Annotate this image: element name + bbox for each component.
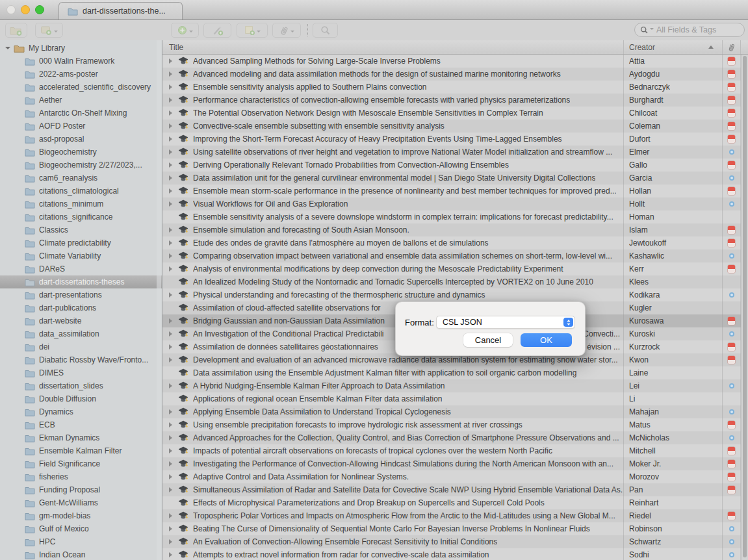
expand-twisty-icon[interactable] xyxy=(168,58,174,64)
table-row[interactable]: Advanced Approaches for the Collection, … xyxy=(162,431,748,444)
sidebar-item-collection[interactable]: Ensemble Kalman Filter xyxy=(0,444,162,457)
expand-twisty-icon[interactable] xyxy=(168,344,174,350)
sidebar-item-collection[interactable]: dei xyxy=(0,340,162,353)
sidebar-item-collection[interactable]: ECB xyxy=(0,418,162,431)
table-row[interactable]: Etude des ondes de gravité dans l'atmosp… xyxy=(162,236,748,249)
expand-twisty-icon[interactable] xyxy=(168,552,174,557)
expand-twisty-icon[interactable] xyxy=(168,474,174,479)
table-row[interactable]: Applying Ensemble Data Assimilation to U… xyxy=(162,405,748,418)
column-header-creator[interactable]: Creator xyxy=(624,40,723,54)
sidebar-item-collection[interactable]: 000 Walin Framework xyxy=(0,55,162,68)
sidebar-item-collection[interactable]: Antarctic On-Shelf Mixing xyxy=(0,107,162,120)
sidebar-item-collection[interactable]: data_assimilation xyxy=(0,327,162,340)
scrollbar-thumb[interactable] xyxy=(743,56,747,557)
expand-twisty-icon[interactable] xyxy=(168,526,174,531)
table-row[interactable]: Advanced modeling and data assimilation … xyxy=(162,68,748,81)
table-row[interactable]: An Idealized Modeling Study of the Nonto… xyxy=(162,275,748,288)
sidebar-item-collection[interactable]: Double Diffusion xyxy=(0,392,162,405)
cancel-button[interactable]: Cancel xyxy=(463,333,513,347)
sidebar-item-collection[interactable]: Dynamics xyxy=(0,405,162,418)
table-row[interactable]: Visual Workflows for Oil and Gas Explora… xyxy=(162,197,748,210)
column-header-title[interactable]: Title xyxy=(162,40,624,54)
expand-twisty-icon[interactable] xyxy=(168,162,174,168)
search-input[interactable] xyxy=(655,25,739,35)
expand-twisty-icon[interactable] xyxy=(168,201,174,207)
expand-twisty-icon[interactable] xyxy=(168,461,174,466)
expand-twisty-icon[interactable] xyxy=(168,292,174,298)
expand-twisty-icon[interactable] xyxy=(168,97,174,103)
sidebar-item-collection[interactable]: Aether xyxy=(0,94,162,107)
sidebar-item-collection[interactable]: Climate predictability xyxy=(0,236,162,249)
sidebar-item-collection[interactable]: dart-website xyxy=(0,314,162,327)
table-row[interactable]: Advanced Sampling Methods for Solving La… xyxy=(162,55,748,68)
sidebar-item-collection[interactable]: asd-proposal xyxy=(0,133,162,146)
sidebar-item-collection[interactable]: citations_significance xyxy=(0,210,162,223)
sidebar-item-collection[interactable]: Gent-McWilliams xyxy=(0,496,162,509)
minimize-window-button[interactable] xyxy=(21,5,30,14)
sidebar-item-collection[interactable]: Ekman Dynamics xyxy=(0,431,162,444)
expand-twisty-icon[interactable] xyxy=(168,71,174,77)
expand-twisty-icon[interactable] xyxy=(168,110,174,116)
expand-twisty-icon[interactable] xyxy=(168,240,174,246)
add-by-identifier-button[interactable] xyxy=(203,23,231,38)
sidebar-item-collection[interactable]: DIMES xyxy=(0,366,162,379)
disclosure-triangle-icon[interactable] xyxy=(5,47,10,52)
sidebar-item-collection[interactable]: dart-dissertations-theses xyxy=(0,275,162,288)
new-library-button[interactable] xyxy=(35,23,63,38)
expand-twisty-icon[interactable] xyxy=(168,357,174,363)
expand-twisty-icon[interactable] xyxy=(168,266,174,272)
close-window-button[interactable] xyxy=(6,5,16,14)
sidebar-item-collection[interactable]: HPC xyxy=(0,535,162,548)
expand-twisty-icon[interactable] xyxy=(168,487,174,492)
sidebar-item-my-library[interactable]: My Library xyxy=(0,42,162,55)
table-row[interactable]: Impacts of potential aircraft observatio… xyxy=(162,444,748,457)
table-row[interactable]: Tropospheric Polar Vortices and Impacts … xyxy=(162,509,748,522)
sidebar-item-collection[interactable]: AOFD Poster xyxy=(0,120,162,133)
sidebar-item-collection[interactable]: cam6_reanalysis xyxy=(0,172,162,185)
expand-twisty-icon[interactable] xyxy=(168,188,174,194)
expand-twisty-icon[interactable] xyxy=(168,383,174,388)
sidebar-item-collection[interactable]: Gulf of Mexico xyxy=(0,522,162,535)
sidebar-item-collection[interactable]: citations_minimum xyxy=(0,197,162,210)
format-select[interactable]: CSL JSON xyxy=(436,316,575,329)
sidebar-item-collection[interactable]: accelerated_scientific_discovery xyxy=(0,81,162,94)
sidebar-item-collection[interactable]: dart-publications xyxy=(0,301,162,314)
sidebar-item-collection[interactable]: citations_climatological xyxy=(0,185,162,197)
sidebar-item-collection[interactable]: Indian Ocean xyxy=(0,548,162,560)
expand-twisty-icon[interactable] xyxy=(168,409,174,414)
table-row[interactable]: Deriving Operationally Relevant Tornado … xyxy=(162,159,748,172)
zoom-window-button[interactable] xyxy=(35,5,44,14)
sidebar-item-collection[interactable]: 2022-ams-poster xyxy=(0,68,162,81)
expand-twisty-icon[interactable] xyxy=(168,513,174,518)
sidebar-item-collection[interactable]: Classics xyxy=(0,223,162,236)
expand-twisty-icon[interactable] xyxy=(168,318,174,324)
table-row[interactable]: Ensemble simulation and forecasting of S… xyxy=(162,223,748,236)
table-row[interactable]: Using ensemble precipitation forecasts t… xyxy=(162,418,748,431)
table-row[interactable]: Effects of Microphysical Parameterizatio… xyxy=(162,496,748,509)
table-row[interactable]: Data assimilation unit for the general c… xyxy=(162,172,748,185)
expand-twisty-icon[interactable] xyxy=(168,123,174,129)
sidebar-item-collection[interactable]: Field Significance xyxy=(0,457,162,470)
advanced-search-button[interactable] xyxy=(313,23,338,38)
table-row[interactable]: Performance characteristics of convectio… xyxy=(162,94,748,107)
table-row[interactable]: Adaptive Control and Data Assimilation f… xyxy=(162,470,748,483)
sidebar-item-collection[interactable]: dissertation_slides xyxy=(0,379,162,392)
table-row[interactable]: Simultaneous Assimilation of Radar and S… xyxy=(162,483,748,496)
sidebar-scrollbar[interactable] xyxy=(157,40,161,560)
expand-twisty-icon[interactable] xyxy=(168,253,174,259)
table-row[interactable]: Investigating the Performance of Convect… xyxy=(162,457,748,470)
sidebar-item-collection[interactable]: Climate Variability xyxy=(0,249,162,262)
new-item-button[interactable] xyxy=(171,23,199,38)
new-collection-button[interactable] xyxy=(5,23,27,38)
tab-dart-dissertations[interactable]: dart-dissertations-the... xyxy=(58,2,183,19)
add-attachment-button[interactable] xyxy=(272,23,301,38)
expand-twisty-icon[interactable] xyxy=(168,448,174,453)
sidebar-item-collection[interactable]: gm-model-bias xyxy=(0,509,162,522)
table-row[interactable]: Convective-scale ensemble subsetting wit… xyxy=(162,120,748,133)
column-header-attachment[interactable] xyxy=(723,40,741,54)
sidebar-item-collection[interactable]: Biogeochemistry xyxy=(0,146,162,159)
expand-twisty-icon[interactable] xyxy=(168,175,174,181)
table-row[interactable]: Applications of regional ocean Ensemble … xyxy=(162,392,748,405)
table-row[interactable]: Beating The Curse of Dimensionality of S… xyxy=(162,522,748,535)
quick-search-field[interactable] xyxy=(634,23,745,37)
